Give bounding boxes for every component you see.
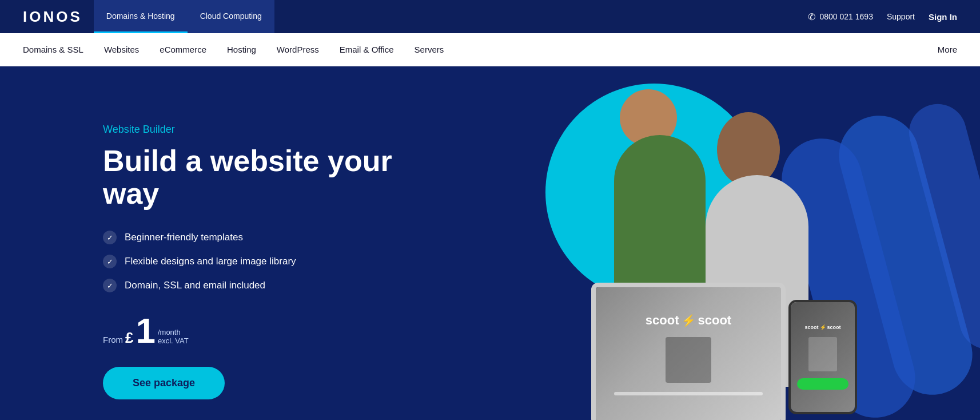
phone-area: ✆ 0800 021 1693 bbox=[808, 11, 873, 22]
tablet-device: scoot ⚡ scoot bbox=[591, 283, 786, 420]
phone-lightning-icon: ⚡ bbox=[820, 324, 826, 330]
currency-symbol: £ bbox=[125, 329, 133, 347]
tablet-brand-name: scoot bbox=[646, 313, 679, 328]
tablet-divider bbox=[614, 392, 762, 395]
brand-logo: IONOS bbox=[23, 8, 82, 26]
hero-title: Build a website your way bbox=[103, 145, 446, 210]
phone-screen: scoot ⚡ scoot bbox=[791, 302, 855, 412]
nav-email-office[interactable]: Email & Office bbox=[340, 45, 394, 54]
phone-icon: ✆ bbox=[808, 11, 815, 22]
hero-subtitle: Website Builder bbox=[103, 124, 446, 136]
price-area: From £ 1 /month excl. VAT bbox=[103, 313, 446, 348]
sign-in-button[interactable]: Sign In bbox=[929, 12, 957, 22]
phone-number: 0800 021 1693 bbox=[820, 12, 873, 21]
check-icon-2 bbox=[103, 255, 117, 268]
excl-vat: excl. VAT bbox=[158, 336, 189, 345]
top-nav-tabs: Domains & Hosting Cloud Computing bbox=[94, 0, 274, 33]
nav-ecommerce[interactable]: eCommerce bbox=[160, 45, 206, 54]
hero-visual: scoot ⚡ scoot scoot ⚡ scoot bbox=[465, 66, 980, 420]
nav-more[interactable]: More bbox=[938, 45, 957, 54]
tablet-screen: scoot ⚡ scoot bbox=[596, 287, 781, 420]
tab-domains-hosting[interactable]: Domains & Hosting bbox=[94, 0, 188, 33]
nav-websites[interactable]: Websites bbox=[104, 45, 139, 54]
phone-image bbox=[808, 337, 837, 371]
hero-content: Website Builder Build a website your way… bbox=[103, 112, 446, 399]
phone-brand-name: scoot bbox=[804, 324, 818, 330]
nav-servers[interactable]: Servers bbox=[415, 45, 444, 54]
from-label: From bbox=[103, 335, 123, 344]
phone-device: scoot ⚡ scoot bbox=[788, 300, 857, 414]
feature-item-1: Beginner-friendly templates bbox=[103, 231, 446, 244]
tablet-brand-name-2: scoot bbox=[698, 313, 732, 328]
top-right-area: ✆ 0800 021 1693 Support Sign In bbox=[808, 11, 957, 22]
feature-item-2: Flexible designs and large image library bbox=[103, 255, 446, 268]
nav-hosting[interactable]: Hosting bbox=[227, 45, 256, 54]
tab-cloud-computing[interactable]: Cloud Computing bbox=[188, 0, 274, 33]
check-icon-1 bbox=[103, 231, 117, 244]
secondary-nav-items: Domains & SSL Websites eCommerce Hosting… bbox=[23, 45, 938, 54]
phone-brand-name-2: scoot bbox=[827, 324, 841, 330]
top-bar: IONOS Domains & Hosting Cloud Computing … bbox=[0, 0, 980, 33]
see-package-button[interactable]: See package bbox=[103, 367, 225, 399]
price-detail: /month excl. VAT bbox=[158, 328, 189, 348]
feature-item-3: Domain, SSL and email included bbox=[103, 279, 446, 292]
check-icon-3 bbox=[103, 279, 117, 292]
support-link[interactable]: Support bbox=[887, 12, 915, 21]
per-month: /month bbox=[158, 328, 189, 336]
phone-cta bbox=[797, 378, 848, 390]
price-number: 1 bbox=[136, 313, 155, 348]
feature-list: Beginner-friendly templates Flexible des… bbox=[103, 231, 446, 292]
tablet-brand-logo: scoot ⚡ scoot bbox=[646, 313, 731, 328]
hero-section: Website Builder Build a website your way… bbox=[0, 66, 980, 420]
secondary-nav: Domains & SSL Websites eCommerce Hosting… bbox=[0, 33, 980, 66]
nav-wordpress[interactable]: WordPress bbox=[277, 45, 319, 54]
nav-domains-ssl[interactable]: Domains & SSL bbox=[23, 45, 83, 54]
phone-brand-logo: scoot ⚡ scoot bbox=[804, 324, 840, 330]
lightning-icon: ⚡ bbox=[682, 314, 696, 327]
tablet-image bbox=[666, 337, 711, 383]
